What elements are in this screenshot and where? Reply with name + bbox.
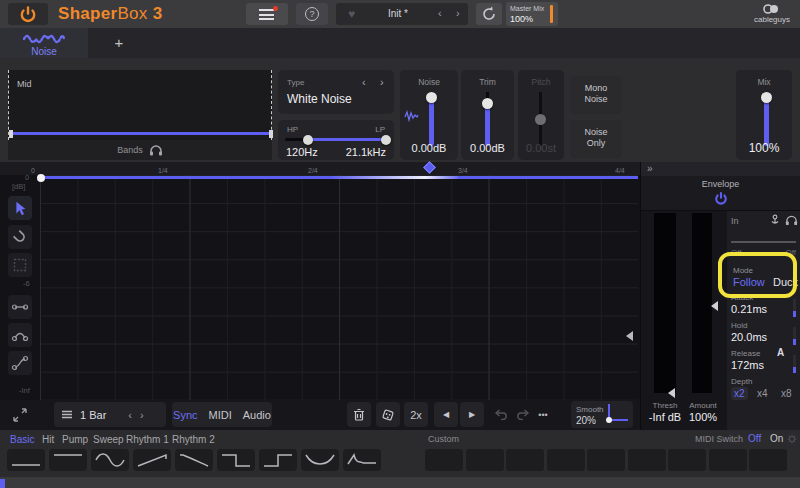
hold-mini-slider[interactable] xyxy=(793,327,796,345)
wave-node-start[interactable] xyxy=(37,174,45,182)
thresh-marker[interactable] xyxy=(668,388,675,398)
wave-shape-sine[interactable] xyxy=(91,449,129,471)
envelope-hp-value[interactable]: Off xyxy=(731,248,742,257)
tool-cursor[interactable] xyxy=(8,196,32,220)
envelope-depth-marker[interactable] xyxy=(626,331,633,341)
mix-slider-value[interactable]: 100% xyxy=(736,141,792,155)
noise-only-button[interactable]: Noise Only xyxy=(570,120,622,158)
midi-switch-off[interactable]: Off xyxy=(748,433,761,444)
custom-slot-4[interactable] xyxy=(547,449,585,471)
mix-slider-knob[interactable] xyxy=(761,92,772,103)
noise-slider-knob[interactable] xyxy=(426,92,437,103)
depth-x2-option[interactable]: x2 xyxy=(731,387,748,400)
wave-shape-step-up[interactable] xyxy=(259,449,297,471)
length-prev-button[interactable]: ‹ xyxy=(128,409,132,421)
main-menu-button[interactable] xyxy=(246,3,288,25)
mode-sync[interactable]: Sync xyxy=(173,409,197,421)
smooth-control[interactable]: Smooth 20% xyxy=(571,401,633,428)
category-pump[interactable]: Pump xyxy=(62,434,88,445)
custom-slot-6[interactable] xyxy=(628,449,666,471)
preset-next-button[interactable]: › xyxy=(456,7,460,19)
auto-release-button[interactable]: A xyxy=(777,347,784,358)
add-band-button[interactable]: + xyxy=(104,28,134,58)
help-button[interactable]: ? xyxy=(296,3,328,25)
shift-left-button[interactable]: ◀ xyxy=(434,402,458,427)
category-basic[interactable]: Basic xyxy=(10,434,34,445)
undo-button[interactable] xyxy=(490,402,512,427)
tool-marquee[interactable] xyxy=(8,253,32,277)
noise-slider-track[interactable] xyxy=(429,96,434,146)
amount-meter[interactable] xyxy=(692,213,712,393)
band-display[interactable]: Mid xyxy=(8,70,272,140)
hold-value[interactable]: 20.0ms xyxy=(731,331,767,343)
filter-range[interactable] xyxy=(308,138,386,141)
trim-slider-knob[interactable] xyxy=(482,98,493,109)
custom-slot-9[interactable] xyxy=(749,449,787,471)
pitch-slider-value[interactable]: 0.00st xyxy=(518,142,564,154)
release-mini-slider[interactable] xyxy=(793,355,796,373)
wave-shape-pluck[interactable] xyxy=(343,449,381,471)
wave-shape-ramp-up[interactable] xyxy=(133,449,171,471)
wave-shape-step-down[interactable] xyxy=(217,449,255,471)
wave-length-group[interactable]: 1 Bar ‹ › xyxy=(54,402,166,427)
release-value[interactable]: 172ms xyxy=(731,359,764,371)
delete-wave-button[interactable] xyxy=(347,402,371,427)
editor-ruler[interactable]: 0 1/4 2/4 3/4 4/4 xyxy=(0,162,640,175)
band-handle-left[interactable] xyxy=(9,130,13,138)
custom-slot-5[interactable] xyxy=(587,449,625,471)
type-prev-button[interactable]: ‹ xyxy=(362,76,366,88)
envelope-lp-value[interactable]: Off xyxy=(785,248,796,257)
amount-value[interactable]: 100% xyxy=(681,411,725,423)
logo-power-button[interactable] xyxy=(8,3,48,25)
type-next-button[interactable]: › xyxy=(380,76,384,88)
envelope-filter-slider[interactable] xyxy=(731,241,796,243)
custom-slot-1[interactable] xyxy=(425,449,463,471)
envelope-power-button[interactable] xyxy=(713,191,729,207)
category-rhythm1[interactable]: Rhythm 1 xyxy=(126,434,169,445)
reset-preset-button[interactable] xyxy=(476,3,502,25)
trim-slider-value[interactable]: 0.00dB xyxy=(461,142,514,154)
bands-footer[interactable]: Bands xyxy=(8,140,272,160)
double-pattern-button[interactable]: 2x xyxy=(404,402,428,427)
custom-slot-2[interactable] xyxy=(466,449,504,471)
length-next-button[interactable]: › xyxy=(140,409,144,421)
hp-value[interactable]: 120Hz xyxy=(286,146,318,158)
category-rhythm2[interactable]: Rhythm 2 xyxy=(172,434,215,445)
depth-x4-option[interactable]: x4 xyxy=(757,388,768,399)
tool-line[interactable] xyxy=(8,295,32,319)
noise-slider-value[interactable]: 0.00dB xyxy=(400,142,458,154)
mono-noise-button[interactable]: Mono Noise xyxy=(570,76,622,114)
band-level-line[interactable] xyxy=(9,132,273,135)
mode-audio[interactable]: Audio xyxy=(243,409,271,421)
midi-settings-gear-icon[interactable] xyxy=(787,434,797,444)
master-mix-control[interactable]: Master Mix 100% xyxy=(506,2,558,26)
tool-scurve[interactable] xyxy=(8,351,32,375)
smooth-slider-knob[interactable] xyxy=(606,417,612,423)
pitch-slider-knob[interactable] xyxy=(535,114,546,125)
envelope-headphones-icon[interactable] xyxy=(785,214,798,226)
shift-right-button[interactable]: ▶ xyxy=(460,402,484,427)
wave-shape-dip[interactable] xyxy=(301,449,339,471)
master-mix-slider[interactable] xyxy=(550,5,553,23)
hp-knob[interactable] xyxy=(303,135,313,145)
cableguys-logo[interactable]: cableguys xyxy=(748,3,796,24)
mode-follow-option[interactable]: Follow xyxy=(733,276,765,288)
lp-knob[interactable] xyxy=(381,135,391,145)
tool-magnet[interactable] xyxy=(8,225,32,249)
favorite-heart-icon[interactable]: ♥ xyxy=(348,7,355,21)
category-hit[interactable]: Hit xyxy=(42,434,54,445)
mode-midi[interactable]: MIDI xyxy=(209,409,232,421)
custom-slot-3[interactable] xyxy=(506,449,544,471)
preset-box[interactable]: ♥ Init * ‹ › xyxy=(336,3,468,25)
custom-slot-8[interactable] xyxy=(709,449,747,471)
midi-switch-on[interactable]: On xyxy=(770,433,783,444)
attack-value[interactable]: 0.21ms xyxy=(731,303,767,315)
band-handle-right[interactable] xyxy=(269,130,273,138)
expand-editor-button[interactable] xyxy=(8,402,32,427)
depth-x8-option[interactable]: x8 xyxy=(781,388,792,399)
mix-slider-track[interactable] xyxy=(764,96,769,146)
randomize-button[interactable] xyxy=(376,402,400,427)
thresh-meter[interactable] xyxy=(654,213,676,393)
custom-slot-7[interactable] xyxy=(668,449,706,471)
attack-mini-slider[interactable] xyxy=(793,299,796,317)
